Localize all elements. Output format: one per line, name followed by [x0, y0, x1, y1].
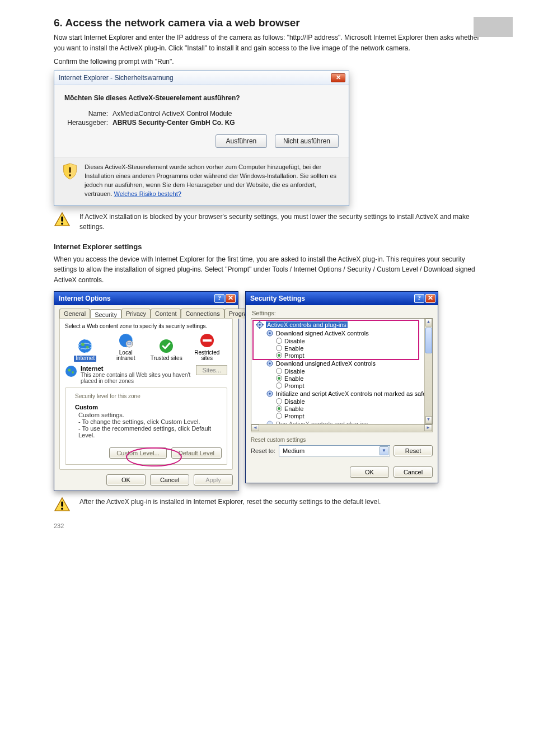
scrollbar-vertical[interactable]: ▲ ▼	[424, 319, 432, 424]
reset-to-value: Medium	[283, 447, 305, 454]
globe-icon	[118, 333, 134, 348]
custom-line2: - To change the settings, click Custom L…	[78, 418, 222, 425]
dialog-footer-text: Dieses ActiveX-Steuerelement wurde schon…	[85, 163, 341, 199]
gear-icon	[266, 420, 274, 424]
svg-point-24	[269, 332, 270, 334]
sites-button: Sites...	[196, 365, 227, 375]
warning-triangle-icon	[54, 212, 71, 227]
tree-item-download-unsigned[interactable]: Download unsigned ActiveX controls	[254, 360, 430, 367]
tab-security[interactable]: Security	[90, 309, 121, 319]
settings-label: Settings:	[252, 310, 433, 316]
dialog-titlebar[interactable]: Internet Options ? ✕	[54, 292, 238, 305]
option-disable[interactable]: Disable	[254, 338, 430, 344]
dont-run-button[interactable]: Nicht ausführen	[275, 134, 339, 148]
cancel-button[interactable]: Cancel	[394, 466, 433, 478]
svg-point-28	[269, 393, 270, 394]
ie-settings-body: When you access the device with Internet…	[54, 254, 480, 286]
zone-local-intranet[interactable]: Local intranet	[109, 333, 143, 362]
tree-item-init-script[interactable]: Initialize and script ActiveX controls n…	[254, 390, 430, 398]
dialog-titlebar[interactable]: Security Settings ? ✕	[246, 292, 438, 305]
close-icon[interactable]: ✕	[425, 294, 435, 303]
dialog-titlebar: Internet Explorer - Sicherheitswarnung ✕	[54, 71, 349, 85]
option-prompt[interactable]: Prompt	[254, 413, 430, 419]
zone-restricted[interactable]: Restricted sites	[190, 333, 224, 362]
svg-rect-13	[203, 339, 212, 342]
svg-point-15	[68, 368, 71, 371]
publisher-value: ABRUS Security-Center GmbH Co. KG	[113, 119, 235, 127]
option-disable[interactable]: Disable	[254, 368, 430, 375]
run-button[interactable]: Ausführen	[216, 134, 267, 148]
zone-internet[interactable]: Internet	[68, 338, 102, 362]
globe-icon	[65, 365, 77, 377]
security-note-2: After the ActiveX plug-in is installed i…	[79, 497, 381, 507]
scrollbar-horizontal[interactable]: ◄ ►	[251, 424, 433, 432]
tab-content[interactable]: Content	[151, 309, 181, 319]
ie-settings-heading: Internet Explorer settings	[54, 242, 480, 251]
select-zone-text: Select a Web content zone to specify its…	[65, 323, 227, 329]
dialog-title: Security Settings	[250, 295, 305, 302]
check-circle-icon	[158, 338, 174, 354]
scroll-up-icon[interactable]: ▲	[425, 319, 432, 326]
cancel-button[interactable]: Cancel	[150, 474, 189, 486]
svg-point-18	[259, 324, 260, 325]
page-number: 232	[54, 522, 480, 529]
gear-icon	[266, 329, 274, 337]
tab-connections[interactable]: Connections	[181, 309, 224, 319]
custom-title: Custom	[75, 404, 222, 410]
internet-options-dialog: Internet Options ? ✕ General Security Pr…	[54, 291, 238, 491]
page-intro: Now start Internet Explorer and enter th…	[54, 32, 480, 53]
zone-trusted[interactable]: Trusted sites	[149, 338, 183, 362]
page-title: 6. Access the network camera via a web b…	[54, 0, 480, 29]
zone-title: Internet	[81, 365, 193, 372]
svg-point-3	[61, 222, 63, 225]
zone-label: Internet	[74, 356, 96, 362]
scroll-right-icon[interactable]: ►	[424, 424, 432, 431]
custom-level-button[interactable]: Custom Level...	[109, 447, 166, 459]
settings-tree[interactable]: ActiveX controls and plug-ins Download s…	[251, 318, 433, 424]
svg-point-14	[65, 366, 77, 377]
scroll-left-icon[interactable]: ◄	[251, 424, 259, 431]
scrollbar-thumb[interactable]	[425, 328, 432, 353]
option-enable[interactable]: Enable	[254, 345, 430, 352]
svg-rect-30	[61, 501, 63, 506]
option-prompt[interactable]: Prompt	[254, 382, 430, 389]
activex-warning-dialog: Internet Explorer - Sicherheitswarnung ✕…	[54, 71, 349, 206]
reset-button[interactable]: Reset	[394, 445, 433, 456]
chevron-down-icon[interactable]: ▼	[380, 446, 388, 455]
page-edge-gray	[474, 17, 513, 37]
option-enable[interactable]: Enable	[254, 405, 430, 412]
dialog-title: Internet Explorer - Sicherheitswarnung	[59, 74, 174, 82]
option-prompt[interactable]: Prompt	[254, 352, 430, 359]
tree-item-run-activex[interactable]: Run ActiveX controls and plug-ins	[254, 420, 430, 424]
security-level-legend: Security level for this zone	[73, 393, 143, 399]
security-settings-dialog: Security Settings ? ✕ Settings: ActiveX …	[245, 291, 438, 483]
close-icon[interactable]: ✕	[331, 73, 345, 82]
reset-to-select[interactable]: Medium ▼	[279, 445, 390, 456]
option-disable[interactable]: Disable	[254, 398, 430, 405]
help-icon[interactable]: ?	[414, 294, 424, 303]
tab-privacy[interactable]: Privacy	[121, 309, 151, 319]
ok-button[interactable]: OK	[106, 474, 146, 486]
name-label: Name:	[64, 110, 108, 118]
tab-general[interactable]: General	[59, 309, 90, 319]
restricted-icon	[199, 333, 215, 348]
scroll-down-icon[interactable]: ▼	[425, 416, 432, 424]
tree-item-download-signed[interactable]: Download signed ActiveX controls	[254, 329, 430, 337]
svg-point-6	[81, 343, 85, 346]
dialog-title: Internet Options	[59, 295, 111, 302]
svg-point-26	[269, 362, 270, 364]
name-value: AxMediaControl ActiveX Control Module	[113, 110, 232, 118]
dialog-question: Möchten Sie dieses ActiveX-Steuerelement…	[64, 94, 339, 102]
svg-rect-10	[128, 342, 131, 344]
gear-icon	[266, 390, 274, 398]
svg-point-29	[267, 421, 273, 424]
close-icon[interactable]: ✕	[226, 294, 236, 303]
ok-button[interactable]: OK	[350, 466, 389, 478]
svg-point-1	[69, 174, 71, 176]
zone-label: Local intranet	[109, 350, 143, 362]
tree-group-activex[interactable]: ActiveX controls and plug-ins	[254, 321, 430, 329]
option-enable[interactable]: Enable	[254, 375, 430, 382]
help-icon[interactable]: ?	[214, 294, 224, 303]
risk-link[interactable]: Welches Risiko besteht?	[114, 190, 181, 197]
default-level-button[interactable]: Default Level	[171, 447, 222, 459]
